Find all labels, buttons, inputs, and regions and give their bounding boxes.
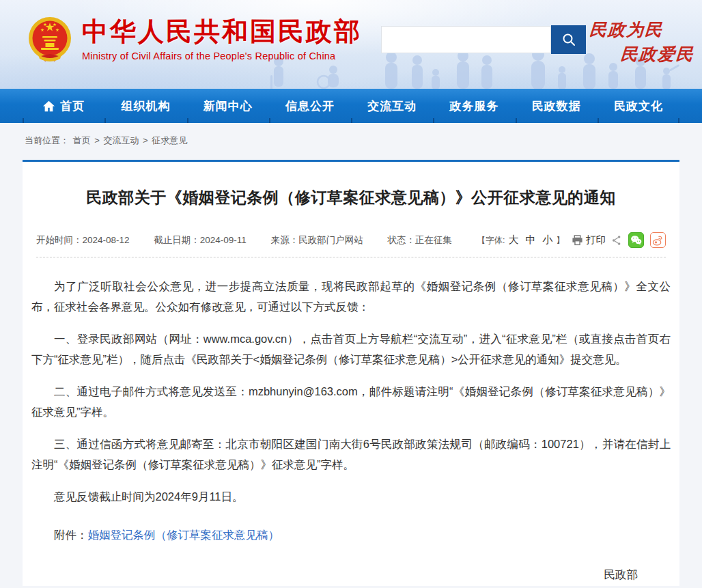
meta-source-label: 来源：	[271, 235, 299, 245]
nav-item-info-disclosure[interactable]: 信息公开	[269, 89, 351, 123]
slogan-line2: 民政爱民	[619, 42, 702, 67]
article-body: 为了广泛听取社会公众意见，进一步提高立法质量，现将民政部起草的《婚姻登记条例（修…	[23, 257, 679, 588]
nav-item-services[interactable]: 政务服务	[433, 89, 515, 123]
site-header: 中华人民共和国民政部 Ministry of Civil Affairs of …	[0, 0, 702, 89]
nav-item-organization[interactable]: 组织机构	[104, 89, 186, 123]
breadcrumb: 当前位置： 首页 > 交流互动 > 征求意见	[0, 123, 702, 160]
paragraph: 一、登录民政部网站（网址：www.mca.gov.cn），点击首页上方导航栏“交…	[31, 328, 671, 369]
nav-item-data[interactable]: 民政数据	[516, 89, 598, 123]
meta-status-value: 正在征集	[415, 235, 452, 245]
font-large-button[interactable]: 大	[509, 234, 519, 247]
font-medium-button[interactable]: 中	[526, 234, 536, 247]
nav-item-news[interactable]: 新闻中心	[187, 89, 269, 123]
breadcrumb-separator: >	[143, 135, 148, 145]
search-box	[381, 25, 586, 54]
breadcrumb-label: 当前位置：	[25, 135, 69, 145]
weibo-share-button[interactable]	[650, 232, 666, 248]
site-title: 中华人民共和国民政部	[82, 15, 362, 48]
slogan-calligraphy: 民政为民 民政爱民	[587, 18, 702, 67]
breadcrumb-interaction[interactable]: 交流互动	[103, 135, 139, 145]
print-button[interactable]: 打印	[572, 234, 606, 247]
search-icon	[561, 31, 577, 48]
site-title-block: 中华人民共和国民政部 Ministry of Civil Affairs of …	[82, 14, 362, 61]
signature-org: 民政部	[604, 564, 638, 585]
article-card: 民政部关于《婚姻登记条例（修订草案征求意见稿）》公开征求意见的通知 开始时间：2…	[23, 160, 679, 586]
nav-item-interaction[interactable]: 交流互动	[351, 89, 433, 123]
nav-item-label: 交流互动	[367, 98, 417, 114]
font-size-control: 【字体: 大 中 小 】	[477, 234, 565, 247]
attachment-label: 附件：	[54, 529, 88, 541]
meta-end-value: 2024-09-11	[200, 235, 247, 245]
nav-item-label: 新闻中心	[203, 98, 253, 114]
weibo-icon	[652, 235, 664, 246]
meta-start-value: 2024-08-12	[83, 235, 130, 245]
article-meta: 开始时间：2024-08-12 截止日期：2024-09-11 来源：民政部门户…	[36, 234, 474, 247]
breadcrumb-home[interactable]: 首页	[73, 135, 91, 145]
share-nodes-icon	[611, 235, 622, 246]
breadcrumb-separator: >	[94, 135, 100, 145]
search-button[interactable]	[551, 25, 586, 54]
nav-item-label: 组织机构	[121, 98, 170, 114]
search-input[interactable]	[381, 26, 551, 53]
article-title: 民政部关于《婚姻登记条例（修订草案征求意见稿）》公开征求意见的通知	[23, 162, 679, 208]
home-icon	[42, 100, 55, 112]
signature-block: 民政部 2024年8月12日	[31, 564, 671, 588]
meta-source-value: 民政部门户网站	[298, 235, 363, 245]
nav-item-label: 首页	[60, 98, 85, 114]
slogan-line1: 民政为民	[589, 20, 664, 40]
wechat-share-button[interactable]	[628, 232, 644, 248]
paragraph: 为了广泛听取社会公众意见，进一步提高立法质量，现将民政部起草的《婚姻登记条例（修…	[31, 276, 671, 317]
nav-item-label: 信息公开	[285, 98, 335, 114]
font-ctrl-close: 】	[557, 235, 565, 247]
font-small-button[interactable]: 小	[543, 234, 553, 247]
article-meta-row: 开始时间：2024-08-12 截止日期：2024-09-11 来源：民政部门户…	[23, 232, 679, 248]
paragraph: 意见反馈截止时间为2024年9月11日。	[31, 486, 671, 507]
wechat-icon	[630, 235, 642, 245]
nav-item-culture[interactable]: 民政文化	[598, 89, 679, 123]
print-label: 打印	[586, 234, 606, 247]
main-nav: 首页 组织机构 新闻中心 信息公开 交流互动 政务服务 民政数据 民政文化	[0, 89, 702, 123]
printer-icon	[572, 235, 583, 246]
breadcrumb-current[interactable]: 征求意见	[152, 135, 187, 145]
nav-item-label: 政务服务	[449, 98, 499, 114]
nav-item-label: 民政文化	[614, 98, 663, 114]
paragraph: 三、通过信函方式将意见邮寄至：北京市朝阳区建国门南大街6号民政部政策法规司（邮政…	[31, 434, 671, 475]
meta-status-label: 状态：	[387, 235, 415, 245]
article-tools: 【字体: 大 中 小 】 打印	[477, 232, 666, 248]
site-logo[interactable]: 中华人民共和国民政部 Ministry of Civil Affairs of …	[25, 14, 362, 71]
nav-item-label: 民政数据	[532, 98, 581, 114]
attachment-row: 附件：婚姻登记条例（修订草案征求意见稿）	[31, 524, 671, 545]
national-emblem-icon	[25, 14, 75, 71]
paragraph: 二、通过电子邮件方式将意见发送至：mzbhunyin@163.com，邮件标题请…	[31, 381, 671, 422]
share-button[interactable]	[611, 235, 622, 246]
meta-end-label: 截止日期：	[154, 235, 200, 245]
nav-item-home[interactable]: 首页	[23, 89, 104, 123]
meta-start-label: 开始时间：	[36, 235, 83, 245]
site-subtitle: Ministry of Civil Affairs of the People'…	[82, 51, 362, 61]
attachment-link[interactable]: 婚姻登记条例（修订草案征求意见稿）	[88, 529, 280, 541]
font-ctrl-open: 【字体:	[477, 235, 505, 247]
